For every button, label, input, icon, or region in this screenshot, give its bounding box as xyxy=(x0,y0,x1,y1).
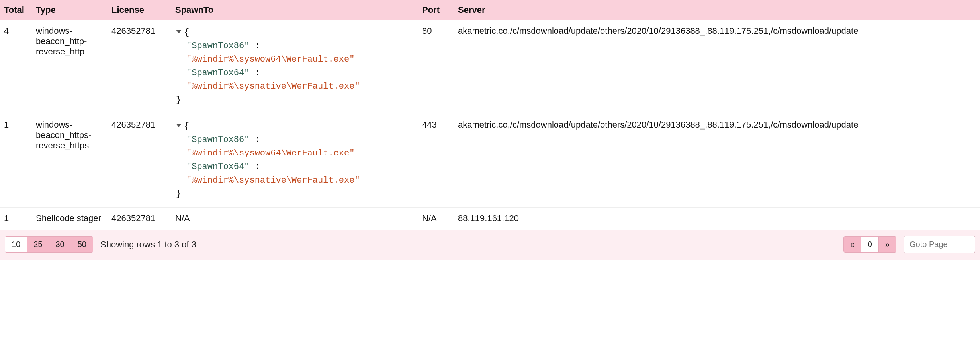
table-footer: 10253050 Showing rows 1 to 3 of 3 « 0 » xyxy=(0,230,980,260)
json-colon: : xyxy=(249,68,260,78)
cell-license: 426352781 xyxy=(108,114,171,208)
cell-type: windows-beacon_https-reverse_https xyxy=(32,114,108,208)
cell-total: 1 xyxy=(0,114,32,208)
json-value: "%windir%\syswow64\WerFault.exe" xyxy=(186,54,354,64)
json-colon: : xyxy=(249,162,260,172)
goto-page-input[interactable] xyxy=(904,236,975,253)
cell-port: 80 xyxy=(418,20,454,114)
json-key: "SpawnTox86" xyxy=(186,135,249,145)
json-value: "%windir%\syswow64\WerFault.exe" xyxy=(186,148,354,158)
json-colon: : xyxy=(249,41,260,51)
col-header-spawnto[interactable]: SpawnTo xyxy=(171,0,418,20)
page-size-group: 10253050 xyxy=(5,236,93,253)
data-table: Total Type License SpawnTo Port Server 4… xyxy=(0,0,980,230)
cell-spawnto: {"SpawnTox86" :"%windir%\syswow64\WerFau… xyxy=(171,114,418,208)
cell-type: Shellcode stager xyxy=(32,208,108,230)
col-header-port[interactable]: Port xyxy=(418,0,454,20)
col-header-license[interactable]: License xyxy=(108,0,171,20)
table-row: 4windows-beacon_http-reverse_http4263527… xyxy=(0,20,980,114)
json-value: "%windir%\sysnative\WerFault.exe" xyxy=(186,175,360,185)
cell-license: 426352781 xyxy=(108,208,171,230)
col-header-total[interactable]: Total xyxy=(0,0,32,20)
json-key: "SpawnTox64" xyxy=(186,162,249,172)
col-header-server[interactable]: Server xyxy=(454,0,980,20)
current-page: 0 xyxy=(861,237,879,252)
cell-total: 1 xyxy=(0,208,32,230)
cell-spawnto: N/A xyxy=(171,208,418,230)
pagination-group: « 0 » xyxy=(843,236,896,253)
cell-port: 443 xyxy=(418,114,454,208)
json-open-brace: { xyxy=(184,27,189,37)
cell-total: 4 xyxy=(0,20,32,114)
cell-server: akametric.co,/c/msdownload/update/others… xyxy=(454,114,980,208)
cell-license: 426352781 xyxy=(108,20,171,114)
next-page-button[interactable]: » xyxy=(879,237,896,252)
rows-status: Showing rows 1 to 3 of 3 xyxy=(100,239,196,250)
collapse-toggle-icon[interactable] xyxy=(176,124,182,127)
cell-spawnto: {"SpawnTox86" :"%windir%\syswow64\WerFau… xyxy=(171,20,418,114)
page-size-10[interactable]: 10 xyxy=(5,237,27,252)
cell-port: N/A xyxy=(418,208,454,230)
cell-type: windows-beacon_http-reverse_http xyxy=(32,20,108,114)
table-row: 1Shellcode stager426352781N/AN/A88.119.1… xyxy=(0,208,980,230)
table-row: 1windows-beacon_https-reverse_https42635… xyxy=(0,114,980,208)
json-value: "%windir%\sysnative\WerFault.exe" xyxy=(186,82,360,91)
collapse-toggle-icon[interactable] xyxy=(176,30,182,33)
json-close-brace: } xyxy=(176,189,181,199)
json-colon: : xyxy=(249,135,260,145)
prev-page-button[interactable]: « xyxy=(844,237,861,252)
json-key: "SpawnTox64" xyxy=(186,68,249,78)
table-header-row: Total Type License SpawnTo Port Server xyxy=(0,0,980,20)
cell-server: akametric.co,/c/msdownload/update/others… xyxy=(454,20,980,114)
cell-server: 88.119.161.120 xyxy=(454,208,980,230)
page-size-50[interactable]: 50 xyxy=(71,237,93,252)
page-size-30[interactable]: 30 xyxy=(49,237,71,252)
col-header-type[interactable]: Type xyxy=(32,0,108,20)
json-open-brace: { xyxy=(184,121,189,131)
page-size-25[interactable]: 25 xyxy=(27,237,49,252)
json-key: "SpawnTox86" xyxy=(186,41,249,51)
json-close-brace: } xyxy=(176,95,181,105)
